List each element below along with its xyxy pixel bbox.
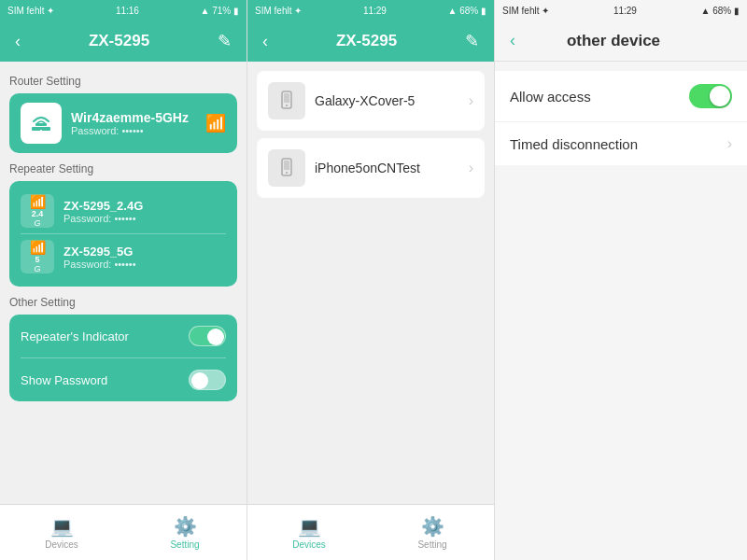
- indicator-toggle[interactable]: [189, 326, 226, 346]
- router-item: Wir4zaemme-5GHz Password: •••••• 📶: [21, 103, 226, 144]
- router-card[interactable]: Wir4zaemme-5GHz Password: •••••• 📶: [9, 93, 237, 153]
- timed-disconnect-label: Timed disconnection: [510, 136, 638, 152]
- password-toggle[interactable]: [189, 370, 226, 390]
- svg-point-8: [286, 172, 288, 174]
- detail-list: Allow access Timed disconnection ›: [495, 71, 747, 165]
- page-title-p1: ZX-5295: [24, 32, 214, 50]
- status-bar-p1: SIM fehlt ✦ 11:16 ▲ 71% ▮: [0, 0, 247, 21]
- status-time-p3: 11:29: [613, 6, 637, 16]
- nav-setting-p1[interactable]: ⚙️ Setting: [123, 515, 247, 550]
- panel-router-settings: SIM fehlt ✦ 11:16 ▲ 71% ▮ ‹ ZX-5295 ✎ Ro…: [0, 0, 247, 560]
- device-thumb-iphone: [268, 149, 305, 187]
- devices-icon-p2: 💻: [298, 515, 321, 538]
- nav-devices-p2[interactable]: 💻 Devices: [247, 515, 371, 550]
- svg-point-5: [286, 105, 288, 106]
- repeater-item-24g[interactable]: 📶 2.4 G ZX-5295_2.4G Password: ••••••: [21, 189, 226, 233]
- allow-access-toggle[interactable]: [689, 84, 732, 108]
- status-right-p1: ▲ 71% ▮: [201, 6, 239, 16]
- panel-other-device: SIM fehlt ✦ 11:29 ▲ 68% ▮ ‹ other device…: [495, 0, 747, 560]
- status-time-p1: 11:16: [116, 6, 139, 16]
- band-badge-5g: 📶 5 G: [21, 240, 54, 273]
- password-label: Show Password: [21, 373, 107, 387]
- other-section-label: Other Setting: [9, 296, 237, 309]
- band-label-5g: 5: [35, 255, 39, 264]
- router-icon: [21, 103, 62, 144]
- svg-rect-4: [284, 93, 289, 103]
- device-list: Galaxy-XCover-5 › iPhone5onCNTest ›: [247, 62, 494, 504]
- edit-button-p2[interactable]: ✎: [461, 27, 483, 55]
- device-name-galaxy: Galaxy-XCover-5: [315, 93, 459, 108]
- devices-label-p2: Devices: [292, 539, 326, 550]
- toggle-row-password: Show Password: [21, 357, 226, 401]
- indicator-label: Repeater's Indicator: [21, 329, 129, 343]
- page-title-p3: other device: [519, 32, 708, 50]
- back-button-p1[interactable]: ‹: [11, 28, 24, 55]
- chevron-icon-iphone: ›: [469, 160, 473, 176]
- status-left-p1: SIM fehlt ✦: [7, 6, 54, 16]
- devices-label-p1: Devices: [45, 539, 78, 550]
- device-item-galaxy[interactable]: Galaxy-XCover-5 ›: [257, 71, 485, 131]
- other-card: Repeater's Indicator Show Password: [9, 315, 237, 401]
- router-info: Wir4zaemme-5GHz Password: ••••••: [71, 110, 196, 136]
- router-section-label: Router Setting: [9, 75, 237, 88]
- svg-point-2: [40, 130, 42, 132]
- back-button-p3[interactable]: ‹: [506, 27, 519, 54]
- back-button-p2[interactable]: ‹: [259, 28, 272, 55]
- repeater-password-5g: Password: ••••••: [63, 259, 226, 270]
- setting-label-p1: Setting: [170, 539, 199, 550]
- wifi-icon-5g: 📶: [30, 240, 46, 255]
- bottom-nav-p1: 💻 Devices ⚙️ Setting: [0, 504, 247, 560]
- chevron-timed-disconnect: ›: [727, 135, 732, 152]
- setting-label-p2: Setting: [417, 539, 446, 550]
- repeater-section-label: Repeater Setting: [9, 162, 237, 175]
- page-title-p2: ZX-5295: [272, 32, 461, 50]
- repeater-name-24g: ZX-5295_2.4G: [63, 199, 226, 213]
- toggle-row-indicator: Repeater's Indicator: [21, 315, 226, 357]
- repeater-item-5g[interactable]: 📶 5 G ZX-5295_5G Password: ••••••: [21, 233, 226, 279]
- edit-button-p1[interactable]: ✎: [214, 27, 235, 55]
- timed-disconnect-row[interactable]: Timed disconnection ›: [495, 122, 747, 165]
- device-item-iphone[interactable]: iPhone5onCNTest ›: [257, 138, 485, 198]
- nav-devices-p1[interactable]: 💻 Devices: [0, 515, 123, 550]
- panel-device-list: SIM fehlt ✦ 11:29 ▲ 68% ▮ ‹ ZX-5295 ✎ Ga…: [247, 0, 495, 560]
- device-name-iphone: iPhone5onCNTest: [315, 161, 459, 175]
- band-badge-24g: 📶 2.4 G: [21, 194, 54, 228]
- bottom-nav-p2: 💻 Devices ⚙️ Setting: [247, 504, 494, 560]
- status-bar-p2: SIM fehlt ✦ 11:29 ▲ 68% ▮: [247, 0, 494, 21]
- content-p1: Router Setting Wir4zaemme-5GHz Password:…: [0, 62, 247, 504]
- band-sub-5g: G: [34, 264, 40, 273]
- wifi-icon: 📶: [205, 113, 226, 133]
- svg-rect-7: [284, 161, 289, 170]
- repeater-name-5g: ZX-5295_5G: [63, 245, 226, 259]
- chevron-icon-galaxy: ›: [469, 92, 473, 109]
- repeater-password-24g: Password: ••••••: [63, 213, 226, 224]
- band-sub-24g: G: [34, 218, 40, 228]
- setting-icon-p2: ⚙️: [421, 515, 444, 538]
- app-header-p3: ‹ other device: [495, 21, 747, 62]
- repeater-info-5g: ZX-5295_5G Password: ••••••: [63, 245, 226, 270]
- status-left-p3: SIM fehlt ✦: [502, 6, 549, 16]
- status-right-p3: ▲ 68% ▮: [701, 6, 740, 16]
- status-bar-p3: SIM fehlt ✦ 11:29 ▲ 68% ▮: [495, 0, 747, 21]
- nav-setting-p2[interactable]: ⚙️ Setting: [371, 515, 494, 550]
- allow-access-row: Allow access: [495, 71, 747, 122]
- status-time-p2: 11:29: [363, 6, 387, 16]
- wifi-icon-24g: 📶: [30, 194, 46, 209]
- status-right-p2: ▲ 68% ▮: [448, 6, 486, 16]
- router-name: Wir4zaemme-5GHz: [71, 110, 196, 125]
- allow-access-label: Allow access: [510, 89, 591, 105]
- repeater-card: 📶 2.4 G ZX-5295_2.4G Password: •••••• 📶 …: [9, 181, 237, 287]
- device-thumb-galaxy: [268, 82, 305, 119]
- app-header-p1: ‹ ZX-5295 ✎: [0, 21, 247, 62]
- status-left-p2: SIM fehlt ✦: [255, 6, 302, 16]
- repeater-info-24g: ZX-5295_2.4G Password: ••••••: [63, 199, 226, 224]
- band-label-24g: 2.4: [32, 209, 44, 218]
- setting-icon-p1: ⚙️: [174, 515, 197, 538]
- app-header-p2: ‹ ZX-5295 ✎: [247, 21, 494, 62]
- devices-icon-p1: 💻: [50, 515, 74, 538]
- router-password: Password: ••••••: [71, 125, 196, 136]
